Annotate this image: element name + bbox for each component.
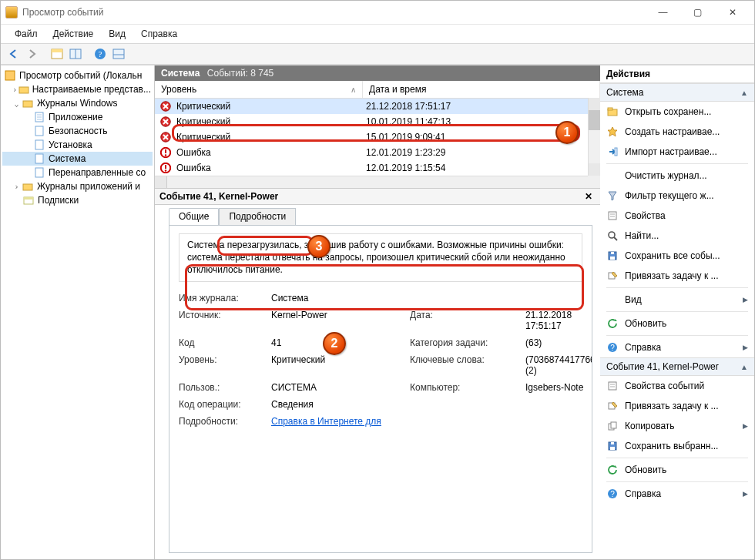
prop-computer-label: Компьютер:: [410, 382, 525, 393]
prop-logname-label: Имя журнала:: [179, 293, 271, 303]
preview-button[interactable]: [110, 45, 127, 62]
chevron-right-icon: ▶: [743, 490, 748, 498]
prop-date-value: 21.12.2018 17:51:17: [525, 310, 592, 331]
action-label: Свойства: [625, 210, 666, 221]
tree-item-custom-views[interactable]: › Настраиваемые представ...: [2, 82, 153, 96]
action-item[interactable]: Сохранить все собы...: [600, 246, 754, 266]
tree-item-forwarded[interactable]: Перенаправленные со: [2, 166, 153, 179]
maximize-button[interactable]: ▢: [680, 1, 715, 24]
back-button[interactable]: [5, 45, 22, 62]
tree-item-subscriptions[interactable]: Подписки: [2, 193, 153, 207]
prop-category-label: Категория задачи:: [410, 337, 525, 348]
menu-help[interactable]: Справка: [133, 26, 185, 42]
log-icon: [33, 111, 45, 123]
tree-item-app-services[interactable]: › Журналы приложений и: [2, 179, 153, 193]
tab-details-label: Подробности: [229, 211, 286, 222]
event-row[interactable]: Ошибка12.01.2019 1:15:54: [155, 160, 600, 176]
tab-details[interactable]: Подробности: [219, 208, 296, 225]
action-item[interactable]: Создать настраивае...: [600, 122, 754, 142]
scope-tree-pane[interactable]: Просмотр событий (Локальн › Настраиваемы…: [1, 65, 155, 559]
refresh-icon: [606, 464, 619, 476]
event-list[interactable]: Критический21.12.2018 17:51:17Критически…: [155, 99, 600, 176]
svg-rect-18: [35, 168, 43, 177]
tree-item-setup[interactable]: Установка: [2, 138, 153, 152]
folder-icon: [22, 97, 34, 109]
events-header-title: Система: [161, 68, 200, 79]
titlebar[interactable]: Просмотр событий — ▢ ✕: [1, 1, 754, 24]
actions-section-event[interactable]: Событие 41, Kernel-Power▲: [600, 357, 754, 376]
svg-rect-9: [19, 87, 29, 93]
event-row[interactable]: Критический10.01.2019 11:47:13: [155, 114, 600, 129]
svg-rect-21: [24, 197, 33, 200]
event-row[interactable]: Критический21.12.2018 17:51:17: [155, 99, 600, 114]
event-row[interactable]: Критический15.01.2019 9:09:41: [155, 129, 600, 145]
action-item[interactable]: Привязать задачу к ...: [600, 266, 754, 286]
critical-icon: [159, 100, 172, 112]
action-item[interactable]: Сохранить выбранн...: [600, 436, 754, 456]
find-icon: [606, 230, 619, 242]
attach-icon: [606, 270, 619, 282]
action-label: Открыть сохранен...: [625, 106, 711, 117]
col-date[interactable]: Дата и время: [363, 81, 600, 98]
action-item[interactable]: Привязать задачу к ...: [600, 396, 754, 416]
tree-item-application[interactable]: Приложение: [2, 110, 153, 124]
props-icon: [606, 210, 619, 222]
action-item[interactable]: ?Справка▶: [600, 484, 754, 504]
tree-item-label: Установка: [49, 139, 92, 150]
action-label: Создать настраивае...: [625, 126, 720, 137]
action-item[interactable]: Открыть сохранен...: [600, 102, 754, 122]
forward-button[interactable]: [24, 45, 41, 62]
col-date-label: Дата и время: [369, 84, 426, 95]
chevron-up-icon: ▲: [740, 89, 748, 97]
action-item[interactable]: Свойства событий: [600, 376, 754, 396]
prop-category-value: (63): [525, 337, 592, 348]
tree-item-windows-logs[interactable]: ⌄ Журналы Windows: [2, 96, 153, 110]
tree-item-system[interactable]: Система: [2, 152, 153, 166]
open-icon: [606, 106, 619, 118]
detail-close-button[interactable]: ✕: [582, 191, 596, 202]
event-list-header[interactable]: Уровень∧ Дата и время: [155, 81, 600, 99]
prop-user-label: Пользов.:: [179, 382, 271, 393]
horizontal-scrollbar[interactable]: [155, 176, 600, 188]
chevron-right-icon: ▶: [743, 296, 748, 303]
action-item[interactable]: Обновить: [600, 314, 754, 334]
menu-view[interactable]: Вид: [101, 26, 133, 42]
action-item[interactable]: Вид▶: [600, 290, 754, 310]
tree-item-security[interactable]: Безопасность: [2, 124, 153, 138]
menu-action[interactable]: Действие: [45, 26, 102, 42]
col-level[interactable]: Уровень∧: [155, 81, 363, 98]
prop-keywords-label: Ключевые слова:: [410, 354, 525, 376]
sort-asc-icon: ∧: [351, 86, 356, 94]
menu-file[interactable]: Файл: [7, 26, 45, 42]
event-row[interactable]: Ошибка12.01.2019 1:23:29: [155, 145, 600, 160]
tree-item-label: Журналы Windows: [37, 98, 117, 109]
svg-rect-38: [608, 108, 612, 110]
actions-section-system[interactable]: Система▲: [600, 83, 754, 102]
action-item[interactable]: Копировать▶: [600, 416, 754, 436]
log-icon: [33, 139, 45, 151]
log-icon: [33, 153, 45, 165]
action-item[interactable]: Обновить: [600, 460, 754, 480]
action-item[interactable]: Импорт настраивае...: [600, 142, 754, 162]
tree-root[interactable]: Просмотр событий (Локальн: [2, 69, 153, 82]
critical-icon: [159, 131, 172, 143]
svg-point-33: [165, 154, 166, 156]
action-item[interactable]: ?Справка▶: [600, 337, 754, 357]
tree-item-label: Подписки: [38, 195, 79, 206]
panes-button[interactable]: [67, 45, 84, 62]
help-button[interactable]: ?: [92, 45, 109, 62]
tab-general[interactable]: Общие: [169, 208, 219, 225]
error-icon: [159, 162, 172, 174]
vertical-scrollbar[interactable]: [588, 98, 600, 176]
close-button[interactable]: ✕: [715, 1, 750, 24]
action-item[interactable]: Очистить журнал...: [600, 166, 754, 186]
chevron-right-icon: ▶: [743, 422, 748, 430]
minimize-button[interactable]: —: [646, 1, 680, 24]
prop-source-value: Kernel-Power: [271, 310, 410, 331]
action-item[interactable]: Фильтр текущего ж...: [600, 186, 754, 206]
show-tree-button[interactable]: [49, 45, 65, 62]
action-item[interactable]: Свойства: [600, 206, 754, 226]
action-item[interactable]: Найти...: [600, 226, 754, 246]
svg-rect-10: [23, 101, 32, 107]
help-link[interactable]: Справка в Интернете для: [271, 416, 381, 427]
